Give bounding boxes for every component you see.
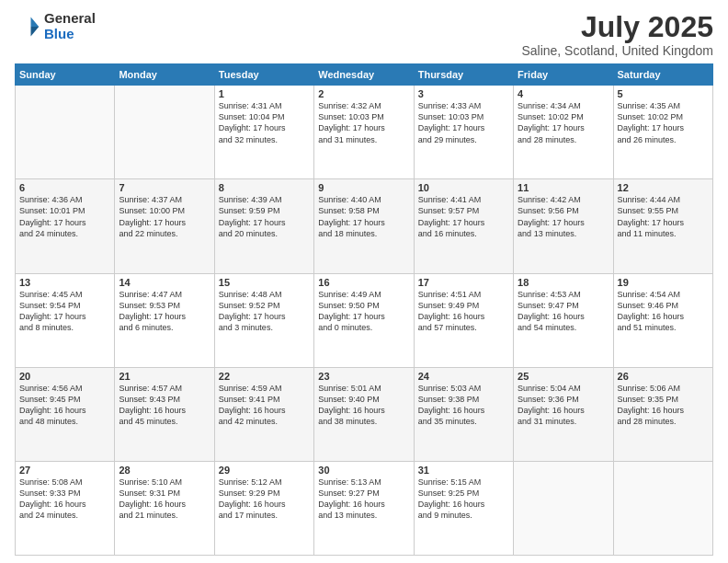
day-info: Sunrise: 4:56 AM Sunset: 9:45 PM Dayligh…: [19, 383, 110, 428]
calendar-cell: 21Sunrise: 4:57 AM Sunset: 9:43 PM Dayli…: [115, 367, 214, 461]
calendar-cell: 30Sunrise: 5:13 AM Sunset: 9:27 PM Dayli…: [314, 461, 414, 555]
day-header: Thursday: [414, 64, 513, 86]
day-number: 9: [318, 182, 409, 193]
calendar-week-row: 27Sunrise: 5:08 AM Sunset: 9:33 PM Dayli…: [16, 461, 713, 555]
day-info: Sunrise: 4:39 AM Sunset: 9:59 PM Dayligh…: [219, 194, 310, 239]
calendar-cell: 11Sunrise: 4:42 AM Sunset: 9:56 PM Dayli…: [514, 179, 613, 273]
day-info: Sunrise: 4:42 AM Sunset: 9:56 PM Dayligh…: [518, 194, 609, 239]
calendar-cell: 31Sunrise: 5:15 AM Sunset: 9:25 PM Dayli…: [414, 461, 513, 555]
day-info: Sunrise: 4:32 AM Sunset: 10:03 PM Daylig…: [318, 100, 409, 145]
calendar-cell: [514, 461, 613, 555]
header-row: SundayMondayTuesdayWednesdayThursdayFrid…: [16, 64, 713, 86]
calendar: SundayMondayTuesdayWednesdayThursdayFrid…: [15, 63, 713, 556]
title-area: July 2025 Saline, Scotland, United Kingd…: [521, 11, 713, 58]
day-number: 17: [418, 277, 509, 288]
day-number: 22: [219, 371, 310, 382]
calendar-week-row: 13Sunrise: 4:45 AM Sunset: 9:54 PM Dayli…: [16, 273, 713, 367]
day-number: 24: [418, 371, 509, 382]
calendar-week-row: 6Sunrise: 4:36 AM Sunset: 10:01 PM Dayli…: [16, 179, 713, 273]
calendar-cell: 1Sunrise: 4:31 AM Sunset: 10:04 PM Dayli…: [214, 86, 313, 179]
calendar-cell: 5Sunrise: 4:35 AM Sunset: 10:02 PM Dayli…: [613, 86, 712, 179]
day-header: Friday: [514, 64, 613, 86]
day-info: Sunrise: 4:48 AM Sunset: 9:52 PM Dayligh…: [219, 289, 310, 334]
day-number: 11: [518, 182, 609, 193]
day-info: Sunrise: 4:41 AM Sunset: 9:57 PM Dayligh…: [418, 194, 509, 239]
calendar-cell: 15Sunrise: 4:48 AM Sunset: 9:52 PM Dayli…: [214, 273, 313, 367]
calendar-cell: 2Sunrise: 4:32 AM Sunset: 10:03 PM Dayli…: [314, 86, 414, 179]
day-info: Sunrise: 4:59 AM Sunset: 9:41 PM Dayligh…: [219, 383, 310, 428]
day-number: 14: [119, 277, 210, 288]
calendar-cell: 22Sunrise: 4:59 AM Sunset: 9:41 PM Dayli…: [214, 367, 313, 461]
logo-general: General: [44, 11, 96, 27]
day-info: Sunrise: 5:13 AM Sunset: 9:27 PM Dayligh…: [318, 477, 409, 522]
day-info: Sunrise: 4:57 AM Sunset: 9:43 PM Dayligh…: [119, 383, 210, 428]
calendar-cell: 4Sunrise: 4:34 AM Sunset: 10:02 PM Dayli…: [514, 86, 613, 179]
day-number: 15: [219, 277, 310, 288]
day-info: Sunrise: 4:51 AM Sunset: 9:49 PM Dayligh…: [418, 289, 509, 334]
day-info: Sunrise: 5:10 AM Sunset: 9:31 PM Dayligh…: [119, 477, 210, 522]
calendar-cell: 23Sunrise: 5:01 AM Sunset: 9:40 PM Dayli…: [314, 367, 414, 461]
calendar-cell: 16Sunrise: 4:49 AM Sunset: 9:50 PM Dayli…: [314, 273, 414, 367]
day-info: Sunrise: 5:08 AM Sunset: 9:33 PM Dayligh…: [19, 477, 110, 522]
day-header: Monday: [115, 64, 214, 86]
page: General Blue July 2025 Saline, Scotland,…: [0, 0, 728, 563]
day-info: Sunrise: 4:31 AM Sunset: 10:04 PM Daylig…: [219, 100, 310, 145]
day-info: Sunrise: 4:34 AM Sunset: 10:02 PM Daylig…: [518, 100, 609, 145]
day-info: Sunrise: 5:03 AM Sunset: 9:38 PM Dayligh…: [418, 383, 509, 428]
calendar-cell: 8Sunrise: 4:39 AM Sunset: 9:59 PM Daylig…: [214, 179, 313, 273]
day-info: Sunrise: 5:01 AM Sunset: 9:40 PM Dayligh…: [318, 383, 409, 428]
day-info: Sunrise: 4:44 AM Sunset: 9:55 PM Dayligh…: [618, 194, 709, 239]
calendar-cell: [16, 86, 115, 179]
day-number: 29: [219, 465, 310, 476]
logo-text: General Blue: [44, 11, 96, 41]
day-info: Sunrise: 4:53 AM Sunset: 9:47 PM Dayligh…: [518, 289, 609, 334]
main-title: July 2025: [521, 11, 713, 43]
day-number: 28: [119, 465, 210, 476]
day-info: Sunrise: 4:54 AM Sunset: 9:46 PM Dayligh…: [618, 289, 709, 334]
logo-icon: [15, 14, 40, 40]
day-info: Sunrise: 4:45 AM Sunset: 9:54 PM Dayligh…: [19, 289, 110, 334]
day-info: Sunrise: 4:47 AM Sunset: 9:53 PM Dayligh…: [119, 289, 210, 334]
day-number: 25: [518, 371, 609, 382]
day-info: Sunrise: 5:06 AM Sunset: 9:35 PM Dayligh…: [618, 383, 709, 428]
calendar-cell: 13Sunrise: 4:45 AM Sunset: 9:54 PM Dayli…: [16, 273, 115, 367]
day-number: 31: [418, 465, 509, 476]
calendar-week-row: 20Sunrise: 4:56 AM Sunset: 9:45 PM Dayli…: [16, 367, 713, 461]
day-number: 3: [418, 88, 509, 99]
day-info: Sunrise: 4:35 AM Sunset: 10:02 PM Daylig…: [618, 100, 709, 145]
day-number: 6: [19, 182, 110, 193]
subtitle: Saline, Scotland, United Kingdom: [521, 43, 713, 58]
day-info: Sunrise: 4:36 AM Sunset: 10:01 PM Daylig…: [19, 194, 110, 239]
calendar-cell: 27Sunrise: 5:08 AM Sunset: 9:33 PM Dayli…: [16, 461, 115, 555]
day-number: 2: [318, 88, 409, 99]
calendar-cell: 28Sunrise: 5:10 AM Sunset: 9:31 PM Dayli…: [115, 461, 214, 555]
day-number: 30: [318, 465, 409, 476]
calendar-cell: 19Sunrise: 4:54 AM Sunset: 9:46 PM Dayli…: [613, 273, 712, 367]
calendar-cell: 14Sunrise: 4:47 AM Sunset: 9:53 PM Dayli…: [115, 273, 214, 367]
day-number: 5: [618, 88, 709, 99]
day-number: 8: [219, 182, 310, 193]
day-header: Saturday: [613, 64, 712, 86]
calendar-cell: 25Sunrise: 5:04 AM Sunset: 9:36 PM Dayli…: [514, 367, 613, 461]
day-info: Sunrise: 5:12 AM Sunset: 9:29 PM Dayligh…: [219, 477, 310, 522]
calendar-cell: 7Sunrise: 4:37 AM Sunset: 10:00 PM Dayli…: [115, 179, 214, 273]
logo: General Blue: [15, 11, 96, 41]
day-number: 19: [618, 277, 709, 288]
day-info: Sunrise: 5:04 AM Sunset: 9:36 PM Dayligh…: [518, 383, 609, 428]
day-header: Wednesday: [314, 64, 414, 86]
calendar-cell: [613, 461, 712, 555]
calendar-cell: 6Sunrise: 4:36 AM Sunset: 10:01 PM Dayli…: [16, 179, 115, 273]
calendar-cell: 12Sunrise: 4:44 AM Sunset: 9:55 PM Dayli…: [613, 179, 712, 273]
svg-marker-1: [31, 27, 40, 37]
calendar-cell: 20Sunrise: 4:56 AM Sunset: 9:45 PM Dayli…: [16, 367, 115, 461]
day-number: 10: [418, 182, 509, 193]
calendar-cell: 26Sunrise: 5:06 AM Sunset: 9:35 PM Dayli…: [613, 367, 712, 461]
day-info: Sunrise: 4:40 AM Sunset: 9:58 PM Dayligh…: [318, 194, 409, 239]
day-header: Tuesday: [214, 64, 313, 86]
svg-marker-0: [31, 17, 40, 27]
day-info: Sunrise: 4:37 AM Sunset: 10:00 PM Daylig…: [119, 194, 210, 239]
day-number: 12: [618, 182, 709, 193]
day-header: Sunday: [16, 64, 115, 86]
day-number: 18: [518, 277, 609, 288]
calendar-cell: 9Sunrise: 4:40 AM Sunset: 9:58 PM Daylig…: [314, 179, 414, 273]
